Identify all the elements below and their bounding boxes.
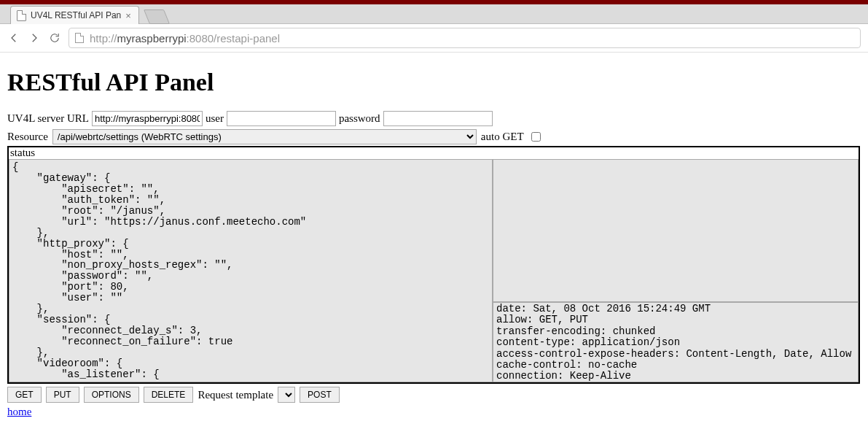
forward-button[interactable]	[28, 31, 41, 45]
response-headers-pane[interactable]: date: Sat, 08 Oct 2016 15:24:49 GMT allo…	[493, 302, 859, 382]
site-icon	[75, 33, 84, 43]
status-label: status	[9, 147, 859, 159]
resource-row: Resource /api/webrtc/settings (WebRTC se…	[7, 129, 861, 144]
resource-label: Resource	[7, 131, 48, 143]
tab-title: UV4L RESTful API Pan	[31, 10, 121, 20]
resource-select[interactable]: /api/webrtc/settings (WebRTC settings)	[52, 129, 477, 144]
page-title: RESTful API Panel	[7, 69, 861, 96]
post-button[interactable]: POST	[300, 387, 340, 403]
response-body-pane[interactable]: { "gateway": { "apisecret": "", "auth_to…	[9, 159, 493, 382]
user-input[interactable]	[227, 111, 336, 126]
template-select[interactable]	[278, 387, 295, 403]
address-bar[interactable]: http://myraspberrypi:8080/restapi-panel	[69, 28, 861, 48]
options-button[interactable]: OPTIONS	[84, 387, 139, 403]
request-body-pane[interactable]	[493, 159, 859, 302]
get-button[interactable]: GET	[7, 387, 42, 403]
password-input[interactable]	[383, 111, 493, 126]
server-url-input[interactable]	[92, 111, 203, 126]
password-label: password	[339, 112, 380, 125]
close-icon[interactable]: ×	[125, 11, 131, 20]
put-button[interactable]: PUT	[46, 387, 79, 403]
reload-button[interactable]	[48, 31, 61, 45]
page-content: RESTful API Panel UV4L server URL user p…	[0, 53, 868, 418]
home-link[interactable]: home	[7, 406, 31, 418]
autoget-label: auto GET	[481, 131, 524, 143]
browser-toolbar: http://myraspberrypi:8080/restapi-panel	[0, 24, 868, 53]
back-button[interactable]	[7, 31, 20, 45]
user-label: user	[206, 112, 224, 125]
server-url-label: UV4L server URL	[7, 112, 89, 125]
delete-button[interactable]: DELETE	[144, 387, 194, 403]
page-icon	[17, 10, 26, 21]
autoget-checkbox[interactable]	[531, 132, 541, 142]
response-panels: status { "gateway": { "apisecret": "", "…	[7, 146, 860, 384]
template-label: Request template	[198, 389, 273, 401]
browser-tabstrip: UV4L RESTful API Pan ×	[0, 4, 868, 24]
server-url-row: UV4L server URL user password	[7, 111, 861, 126]
browser-tab-active[interactable]: UV4L RESTful API Pan ×	[10, 6, 139, 24]
url-text: http://myraspberrypi:8080/restapi-panel	[90, 32, 280, 45]
new-tab-button[interactable]	[144, 9, 170, 24]
method-buttons-row: GET PUT OPTIONS DELETE Request template …	[7, 387, 861, 403]
